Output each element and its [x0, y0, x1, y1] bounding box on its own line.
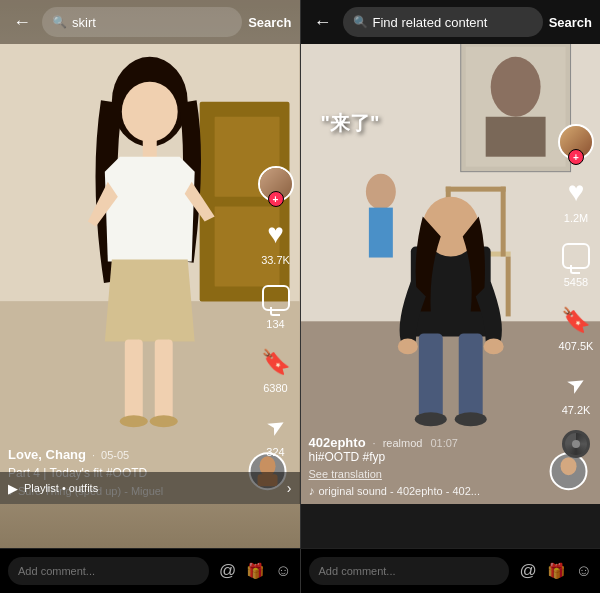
right-bookmark-icon: 🔖: [561, 306, 591, 334]
right-music-disk[interactable]: [562, 430, 590, 458]
right-bookmark-button[interactable]: 🔖 407.5K: [558, 302, 594, 352]
svg-rect-39: [368, 208, 392, 258]
right-panel: "来了" ← 🔍 Find related content Search +: [301, 0, 601, 548]
right-emoji-icon[interactable]: ☺: [576, 562, 592, 580]
right-share-button[interactable]: ➤ 47.2K: [558, 366, 594, 416]
left-playlist-arrow: ›: [287, 480, 292, 496]
left-follow-plus: +: [268, 191, 284, 207]
left-playlist-bar[interactable]: ▶ Playlist • outfits ›: [0, 472, 300, 504]
left-side-actions: + ♥ 33.7K 134 🔖 63: [258, 166, 294, 458]
svg-rect-11: [155, 339, 173, 419]
right-share-icon: ➤: [562, 368, 591, 400]
right-comment-placeholder: Add comment...: [319, 565, 396, 577]
right-like-button[interactable]: ♥ 1.2M: [558, 174, 594, 224]
svg-point-36: [414, 412, 446, 426]
right-see-translation[interactable]: See translation: [309, 468, 551, 480]
left-likes-count: 33.7K: [261, 254, 290, 266]
right-side-actions: + ♥ 1.2M 5458 🔖 40: [558, 124, 594, 458]
right-creator-collab: realmod: [383, 437, 423, 449]
svg-rect-29: [445, 187, 505, 192]
left-like-button[interactable]: ♥ 33.7K: [258, 216, 294, 266]
right-comment-icon: [562, 243, 590, 269]
right-comments-count: 5458: [564, 276, 588, 288]
svg-rect-34: [418, 333, 442, 418]
left-share-button[interactable]: ➤ 324: [258, 408, 294, 458]
right-back-button[interactable]: ←: [309, 12, 337, 33]
right-comment-button[interactable]: 5458: [558, 238, 594, 288]
svg-point-33: [483, 338, 503, 354]
svg-rect-35: [458, 333, 482, 418]
right-comment-bar: Add comment... @ 🎁 ☺: [301, 549, 601, 593]
left-comments-count: 134: [266, 318, 284, 330]
svg-point-12: [120, 415, 148, 427]
bottom-bars: Add comment... @ 🎁 ☺ Add comment... @ 🎁 …: [0, 548, 600, 593]
left-creator-avatar[interactable]: +: [258, 166, 294, 202]
left-video-content: [0, 44, 300, 504]
right-likes-count: 1.2M: [564, 212, 588, 224]
right-follow-plus: +: [568, 149, 584, 165]
svg-rect-10: [125, 339, 143, 419]
svg-point-37: [454, 412, 486, 426]
left-comment-placeholder: Add comment...: [18, 565, 95, 577]
left-comment-icon: [262, 285, 290, 311]
svg-point-8: [122, 82, 178, 142]
left-playlist-text: Playlist • outfits: [24, 482, 281, 494]
right-at-icon[interactable]: @: [519, 561, 536, 581]
svg-point-38: [365, 174, 395, 210]
left-back-button[interactable]: ←: [8, 12, 36, 33]
left-header: ← 🔍 skirt Search: [0, 0, 300, 44]
left-playlist-icon: ▶: [8, 481, 18, 496]
left-creator-separator: ·: [92, 449, 95, 461]
left-creator-name[interactable]: Love, Chang: [8, 447, 86, 462]
right-gift-icon[interactable]: 🎁: [547, 562, 566, 580]
left-comment-bar: Add comment... @ 🎁 ☺: [0, 549, 301, 593]
left-emoji-icon[interactable]: ☺: [275, 562, 291, 580]
right-music-row: ♪ original sound - 402ephto - 402...: [309, 484, 551, 498]
left-search-box[interactable]: 🔍 skirt: [42, 7, 242, 37]
left-bookmark-icon: 🔖: [261, 348, 291, 376]
left-search-button[interactable]: Search: [248, 15, 291, 30]
left-share-icon: ➤: [261, 410, 290, 442]
right-search-button[interactable]: Search: [549, 15, 592, 30]
right-heart-icon: ♥: [568, 176, 585, 208]
svg-point-22: [490, 57, 540, 117]
right-creator-row: 402ephto · realmod 01:07: [309, 435, 551, 450]
left-search-text: skirt: [72, 15, 96, 30]
svg-rect-23: [485, 117, 545, 157]
right-video-duration: 01:07: [430, 437, 458, 449]
right-music-note-icon: ♪: [309, 484, 315, 498]
right-comment-input[interactable]: Add comment...: [309, 557, 510, 585]
right-overlay-text: "来了": [321, 110, 380, 137]
left-creator-row: Love, Chang · 05-05: [8, 447, 250, 462]
right-creator-name[interactable]: 402ephto: [309, 435, 366, 450]
right-music-text: original sound - 402ephto - 402...: [319, 485, 480, 497]
right-search-icon: 🔍: [353, 15, 368, 29]
left-gift-icon[interactable]: 🎁: [246, 562, 265, 580]
right-creator-collab-sep: ·: [373, 437, 376, 449]
right-header: ← 🔍 Find related content Search: [301, 0, 601, 44]
left-shares-count: 324: [266, 446, 284, 458]
right-creator-avatar[interactable]: +: [558, 124, 594, 160]
left-comment-button[interactable]: 134: [258, 280, 294, 330]
right-search-placeholder: Find related content: [373, 15, 488, 30]
svg-point-32: [397, 338, 417, 354]
svg-rect-28: [500, 187, 505, 257]
right-search-box[interactable]: 🔍 Find related content: [343, 7, 543, 37]
svg-rect-26: [505, 257, 510, 317]
right-music-disk-icon: [562, 430, 590, 458]
right-bookmarks-count: 407.5K: [559, 340, 594, 352]
svg-point-41: [560, 457, 576, 475]
left-search-icon: 🔍: [52, 15, 67, 29]
right-shares-count: 47.2K: [562, 404, 591, 416]
right-video-desc: hi#OOTD #fyp: [309, 450, 551, 464]
left-bookmark-button[interactable]: 🔖 6380: [258, 344, 294, 394]
left-at-icon[interactable]: @: [219, 561, 236, 581]
left-video-date: 05-05: [101, 449, 129, 461]
left-comment-input[interactable]: Add comment...: [8, 557, 209, 585]
left-bookmarks-count: 6380: [263, 382, 287, 394]
left-heart-icon: ♥: [267, 218, 284, 250]
right-video-info: 402ephto · realmod 01:07 hi#OOTD #fyp Se…: [309, 435, 551, 498]
svg-point-13: [150, 415, 178, 427]
left-panel: ← 🔍 skirt Search + ♥: [0, 0, 301, 548]
